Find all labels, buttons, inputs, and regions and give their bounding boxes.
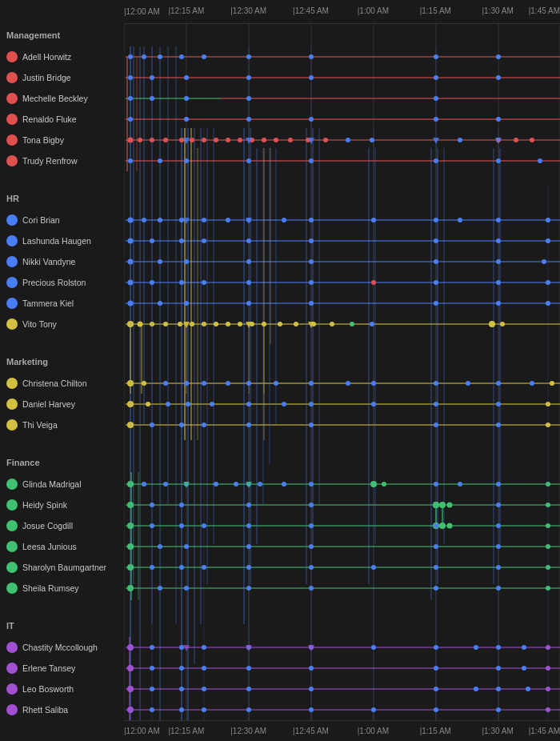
person-dot [6, 419, 18, 431]
person-name: Rhett Saliba [22, 705, 68, 715]
svg-point-341 [522, 666, 526, 671]
person-row: Christena Chilton [0, 373, 124, 394]
person-name: Thi Veiga [22, 420, 58, 430]
svg-point-262 [163, 482, 168, 487]
svg-marker-386 [183, 645, 190, 651]
person-dot [6, 562, 18, 573]
person-name: Tona Bigby [22, 135, 64, 145]
person-row: Erlene Tansey [0, 658, 124, 679]
svg-point-132 [184, 96, 189, 101]
person-dot [6, 256, 18, 267]
bottom-time-7: |1:45 AM [529, 727, 560, 735]
person-row: Lashunda Haugen [0, 230, 124, 251]
svg-point-103 [262, 138, 266, 142]
svg-point-174 [184, 259, 189, 264]
svg-point-136 [184, 117, 189, 122]
svg-point-105 [288, 138, 293, 142]
svg-point-261 [142, 482, 146, 487]
right-panel: |12:00 AM |12:15 AM |12:30 AM |12:45 AM … [124, 0, 560, 741]
svg-point-142 [158, 158, 162, 163]
time-label-3: |12:45 AM [293, 6, 329, 15]
chart-container: Management Adell Horwitz Justin Bridge M… [0, 0, 560, 741]
person-name: Erlene Tansey [22, 663, 75, 673]
svg-marker-374 [183, 138, 190, 144]
person-name: Vito Tony [22, 319, 57, 329]
svg-point-112 [514, 138, 518, 142]
timeline-svg [124, 24, 560, 741]
svg-point-267 [258, 482, 262, 487]
svg-marker-379 [183, 322, 190, 328]
svg-point-245 [282, 402, 286, 407]
person-row: Heidy Spink [0, 495, 124, 515]
person-name: Chastity Mccollough [22, 643, 98, 652]
svg-point-237 [530, 381, 534, 386]
person-name: Tammera Kiel [22, 298, 74, 308]
person-dot [6, 318, 18, 330]
person-row: Chastity Mccollough [0, 637, 124, 658]
person-dot [6, 642, 18, 653]
svg-point-206 [226, 322, 230, 326]
time-label-6: |1:30 AM [482, 6, 513, 15]
svg-point-148 [538, 158, 542, 163]
person-row: Vito Tony [0, 314, 124, 334]
person-name: Nikki Vandyne [22, 257, 75, 266]
person-name: Trudy Renfrow [22, 156, 77, 166]
bottom-time-3: |12:45 AM [293, 727, 329, 735]
svg-point-115 [142, 54, 146, 59]
person-dot [6, 134, 18, 146]
person-name: Justin Bridge [22, 73, 71, 82]
svg-point-226 [184, 381, 189, 386]
svg-point-151 [158, 218, 162, 222]
person-dot [6, 499, 18, 511]
person-name: Adell Horwitz [22, 52, 71, 62]
svg-point-271 [382, 482, 386, 487]
svg-point-203 [190, 322, 194, 326]
person-name: Lashunda Haugen [22, 236, 91, 246]
person-name: Mechelle Beckley [22, 94, 88, 103]
person-dot [6, 541, 18, 552]
svg-point-210 [278, 322, 282, 326]
svg-point-140 [496, 117, 501, 122]
svg-point-122 [496, 54, 501, 59]
svg-point-107 [323, 138, 328, 142]
person-row: Glinda Madrigal [0, 474, 124, 495]
time-label-5: |1:15 AM [420, 6, 451, 15]
svg-point-291 [447, 523, 453, 529]
svg-point-225 [163, 381, 168, 386]
svg-point-273 [458, 482, 462, 487]
time-label-4: |1:00 AM [358, 6, 389, 15]
svg-point-352 [526, 687, 530, 691]
svg-point-88 [439, 502, 446, 508]
person-dot [6, 214, 18, 226]
svg-point-179 [542, 259, 546, 264]
person-row: Nikki Vandyne [0, 251, 124, 272]
person-name: Leesa Junious [22, 542, 77, 551]
time-label-2: |12:30 AM [230, 6, 266, 15]
bottom-time-4: |1:00 AM [358, 727, 389, 735]
person-dot [6, 72, 18, 83]
person-row: Cori Brian [0, 210, 124, 230]
person-name: Glinda Madrigal [22, 479, 82, 489]
person-row: Josue Cogdill [0, 515, 124, 536]
svg-point-282 [447, 503, 453, 508]
svg-point-129 [496, 75, 501, 80]
bottom-time-6: |1:30 AM [482, 727, 513, 735]
svg-point-108 [346, 138, 350, 142]
person-dot [6, 51, 18, 62]
svg-point-297 [184, 544, 189, 549]
svg-point-160 [458, 218, 462, 222]
svg-point-97 [190, 138, 194, 142]
svg-point-240 [146, 402, 150, 407]
svg-point-154 [226, 218, 230, 222]
svg-point-224 [142, 381, 146, 386]
time-label-1: |12:15 AM [168, 6, 204, 15]
person-dot [6, 399, 18, 410]
bottom-time-header: |12:00 AM |12:15 AM |12:30 AM |12:45 AM … [124, 720, 560, 741]
svg-point-230 [274, 381, 278, 386]
svg-point-213 [330, 322, 334, 326]
person-dot [6, 93, 18, 104]
svg-marker-382 [183, 218, 190, 224]
person-dot [6, 378, 18, 389]
bottom-time-2: |12:30 AM [230, 727, 266, 735]
svg-point-268 [282, 482, 286, 487]
